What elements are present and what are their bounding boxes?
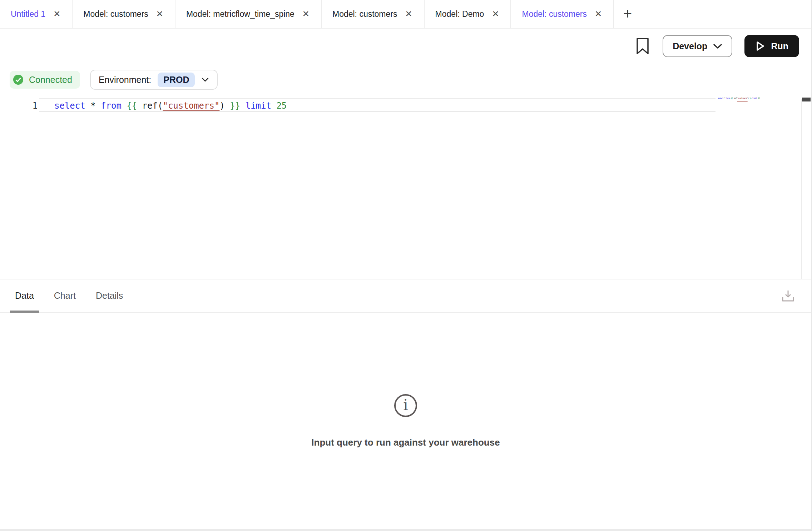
close-icon[interactable]: ✕ xyxy=(53,9,61,19)
ide-window: Untitled 1✕Model: customers✕Model: metri… xyxy=(0,0,812,531)
tab-2[interactable]: Model: metricflow_time_spine✕ xyxy=(175,0,322,28)
code-token xyxy=(96,101,101,111)
info-icon: i xyxy=(394,394,417,417)
tab-label: Model: customers xyxy=(522,9,587,19)
run-button[interactable]: Run xyxy=(744,35,799,57)
code-token: * xyxy=(90,101,95,111)
connected-badge: Connected xyxy=(10,71,80,89)
results-tab-label: Data xyxy=(15,291,34,301)
code-token: }} xyxy=(230,101,240,111)
code-token xyxy=(271,101,276,111)
close-icon[interactable]: ✕ xyxy=(491,9,500,19)
tab-3[interactable]: Model: customers✕ xyxy=(322,0,425,28)
tab-0[interactable]: Untitled 1✕ xyxy=(0,0,73,28)
line-number-gutter: 1 xyxy=(0,99,38,112)
code-token xyxy=(122,101,127,111)
empty-state-message: Input query to run against your warehous… xyxy=(311,437,500,448)
play-icon xyxy=(755,41,765,51)
bookmark-icon xyxy=(636,38,649,55)
develop-button-label: Develop xyxy=(673,41,707,51)
bottom-edge xyxy=(0,529,811,531)
results-tab-label: Chart xyxy=(54,291,76,301)
results-tab-data[interactable]: Data xyxy=(15,279,34,312)
tab-4[interactable]: Model: Demo✕ xyxy=(425,0,511,28)
code-token: select xyxy=(54,101,85,111)
tab-label: Model: customers xyxy=(83,9,148,19)
environment-selector[interactable]: Environment: PROD xyxy=(90,70,218,90)
results-tab-bar: DataChartDetails xyxy=(0,279,811,313)
code-token xyxy=(225,101,230,111)
info-glyph: i xyxy=(403,398,408,413)
tab-5[interactable]: Model: customers✕ xyxy=(511,0,614,28)
code-token: from xyxy=(101,101,122,111)
editor-scrollbar-track xyxy=(801,99,802,279)
code-token xyxy=(85,101,90,111)
tabs-container: Untitled 1✕Model: customers✕Model: metri… xyxy=(0,0,614,28)
status-row: Connected Environment: PROD xyxy=(0,64,811,96)
tab-label: Model: Demo xyxy=(435,9,484,19)
code-token: 25 xyxy=(758,97,760,99)
tab-label: Model: customers xyxy=(332,9,397,19)
code-token: from xyxy=(726,97,730,99)
editor-minimap[interactable]: select * from {{ ref("customers") }} lim… xyxy=(718,96,793,100)
chevron-down-icon xyxy=(201,77,209,82)
code-token: "customers" xyxy=(163,101,219,111)
environment-label: Environment: xyxy=(99,75,151,85)
tab-label: Untitled 1 xyxy=(11,9,45,19)
code-token xyxy=(137,101,142,111)
code-token: ref( xyxy=(142,101,163,111)
code-token: ) xyxy=(219,101,224,111)
active-line-top-border xyxy=(39,98,716,99)
results-panel: i Input query to run against your wareho… xyxy=(0,313,811,530)
close-icon[interactable]: ✕ xyxy=(594,9,603,19)
close-icon[interactable]: ✕ xyxy=(155,9,164,19)
run-button-label: Run xyxy=(771,41,788,51)
code-token: select xyxy=(718,97,723,99)
chevron-down-icon xyxy=(713,43,722,49)
develop-button[interactable]: Develop xyxy=(663,35,732,57)
code-token: 25 xyxy=(276,101,287,111)
empty-state: i Input query to run against your wareho… xyxy=(0,394,811,448)
editor-scrollbar-thumb[interactable] xyxy=(802,98,811,101)
plus-icon: + xyxy=(623,5,632,23)
sql-editor[interactable]: 1 select * from {{ ref("customers") }} l… xyxy=(0,96,811,279)
bookmark-button[interactable] xyxy=(635,36,650,56)
tab-1[interactable]: Model: customers✕ xyxy=(73,0,175,28)
close-icon[interactable]: ✕ xyxy=(404,9,413,19)
results-tabs-container: DataChartDetails xyxy=(15,279,123,312)
download-button[interactable] xyxy=(781,289,795,302)
environment-value-pill: PROD xyxy=(158,73,195,87)
close-icon[interactable]: ✕ xyxy=(302,9,310,19)
download-icon xyxy=(781,289,795,302)
results-tab-chart[interactable]: Chart xyxy=(54,279,76,312)
code-token: "customers" xyxy=(737,97,748,99)
tab-bar: Untitled 1✕Model: customers✕Model: metri… xyxy=(0,0,811,29)
code-token: ref( xyxy=(734,97,737,99)
results-tab-label: Details xyxy=(96,291,123,301)
code-token xyxy=(240,101,245,111)
toolbar: Develop Run xyxy=(0,29,811,64)
results-tab-details[interactable]: Details xyxy=(96,279,123,312)
code-line[interactable]: select * from {{ ref("customers") }} lim… xyxy=(54,99,287,112)
code-token: limit xyxy=(752,97,757,99)
check-circle-icon xyxy=(13,75,23,85)
code-token: limit xyxy=(246,101,271,111)
tab-label: Model: metricflow_time_spine xyxy=(186,9,294,19)
new-tab-button[interactable]: + xyxy=(614,0,641,28)
code-token: {{ xyxy=(127,101,137,111)
connected-label: Connected xyxy=(29,75,72,85)
